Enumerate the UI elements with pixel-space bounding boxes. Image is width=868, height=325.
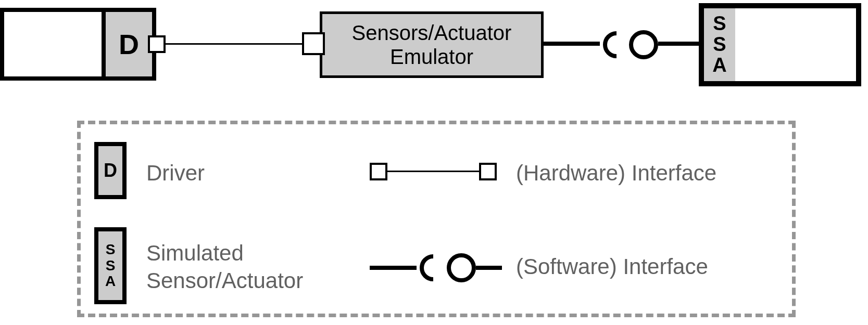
legend-sw-line1 [370, 266, 417, 270]
legend-box: D Driver S S A Simulated Sensor/Actuator… [77, 121, 796, 317]
ssa-s2: S [713, 34, 726, 55]
legend-hw-line [387, 171, 479, 172]
right-component-box [735, 3, 861, 86]
hardware-connection-line [166, 43, 307, 45]
hardware-port-driver [148, 35, 166, 53]
driver-label: D [119, 28, 139, 60]
main-diagram: D Sensors/Actuator Emulator S S A [0, 0, 868, 94]
legend-hardware-text: (Hardware) Interface [516, 161, 716, 186]
legend-driver-letter: D [104, 160, 117, 181]
ball-icon [629, 30, 658, 59]
ssa-s1: S [713, 14, 726, 34]
legend-driver-symbol: D [94, 142, 127, 199]
legend-ssa-symbol: S S A [94, 227, 127, 304]
software-required-line [544, 42, 600, 46]
legend-sw-line2 [476, 266, 502, 270]
ssa-a: A [712, 55, 726, 76]
emulator-label: Sensors/Actuator Emulator [352, 21, 512, 69]
legend-software-interface-symbol [370, 253, 505, 282]
legend-software-text: (Software) Interface [516, 254, 708, 279]
legend-ssa-text: Simulated Sensor/Actuator [146, 240, 303, 294]
software-provided-line [658, 42, 700, 46]
legend-hardware-interface-symbol [370, 166, 500, 181]
legend-ssa-s1: S [106, 242, 116, 258]
ssa-module: S S A [699, 3, 740, 86]
legend-ssa-s2: S [106, 258, 116, 274]
legend-socket-icon [412, 253, 442, 282]
socket-icon [596, 30, 625, 59]
legend-hw-port-right [479, 163, 497, 180]
hardware-port-emulator [302, 32, 325, 55]
emulator-module: Sensors/Actuator Emulator [320, 11, 544, 78]
legend-driver-text: Driver [146, 161, 205, 186]
legend-hw-port-left [370, 163, 387, 180]
legend-ssa-a: A [105, 274, 116, 290]
legend-ball-icon [447, 253, 476, 282]
